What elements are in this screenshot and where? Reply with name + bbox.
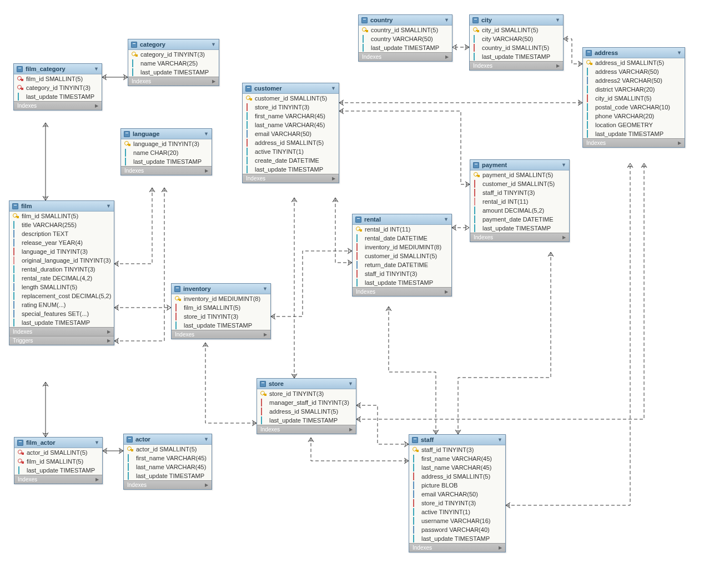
column-row[interactable]: username VARCHAR(16): [409, 516, 505, 525]
column-row[interactable]: first_name VARCHAR(45): [409, 454, 505, 463]
column-row[interactable]: length SMALLINT(5): [9, 283, 114, 292]
expand-icon[interactable]: ▶: [332, 176, 335, 181]
column-row[interactable]: active TINYINT(1): [243, 147, 339, 156]
column-row[interactable]: category_id TINYINT(3): [128, 50, 219, 59]
collapse-icon[interactable]: ▼: [677, 50, 682, 56]
column-row[interactable]: phone VARCHAR(20): [583, 112, 685, 120]
column-row[interactable]: country VARCHAR(50): [359, 34, 452, 43]
column-row[interactable]: return_date DATETIME: [353, 260, 451, 269]
column-row[interactable]: store_id TINYINT(3): [243, 103, 339, 112]
expand-icon[interactable]: ▶: [95, 477, 99, 482]
column-row[interactable]: create_date DATETIME: [243, 156, 339, 165]
column-row[interactable]: picture BLOB: [409, 481, 505, 490]
collapse-icon[interactable]: ▼: [211, 42, 216, 47]
column-row[interactable]: last_update TIMESTAMP: [409, 534, 505, 543]
column-row[interactable]: address_id SMALLINT(5): [243, 138, 339, 147]
expand-icon[interactable]: ▶: [205, 483, 208, 488]
collapse-icon[interactable]: ▼: [331, 86, 336, 91]
column-row[interactable]: store_id TINYINT(3): [257, 389, 356, 398]
expand-icon[interactable]: ▶: [445, 54, 449, 59]
column-row[interactable]: last_update TIMESTAMP: [9, 318, 114, 327]
collapse-icon[interactable]: ▼: [94, 440, 99, 445]
table-payment[interactable]: payment▼payment_id SMALLINT(5)customer_i…: [470, 159, 570, 242]
column-row[interactable]: category_id TINYINT(3): [14, 83, 102, 92]
indexes-footer[interactable]: Indexes▶: [124, 480, 212, 489]
indexes-footer[interactable]: Indexes▶: [470, 61, 563, 70]
column-row[interactable]: last_name VARCHAR(45): [243, 120, 339, 129]
column-row[interactable]: last_update TIMESTAMP: [243, 165, 339, 174]
column-row[interactable]: first_name VARCHAR(45): [124, 454, 212, 463]
expand-icon[interactable]: ▶: [349, 427, 353, 432]
column-row[interactable]: title VARCHAR(255): [9, 220, 114, 229]
table-address[interactable]: address▼address_id SMALLINT(5)address VA…: [582, 47, 685, 148]
indexes-footer[interactable]: Indexes▶: [583, 138, 685, 147]
column-row[interactable]: rental_rate DECIMAL(4,2): [9, 274, 114, 283]
indexes-footer[interactable]: Indexes▶: [14, 475, 102, 484]
column-row[interactable]: rental_date DATETIME: [353, 234, 451, 243]
column-row[interactable]: customer_id SMALLINT(5): [470, 179, 569, 188]
column-row[interactable]: amount DECIMAL(5,2): [470, 206, 569, 215]
table-category[interactable]: category▼category_id TINYINT(3)name VARC…: [128, 39, 219, 86]
table-header[interactable]: film_actor▼: [14, 438, 102, 448]
collapse-icon[interactable]: ▼: [555, 17, 560, 23]
expand-icon[interactable]: ▶: [107, 338, 110, 343]
collapse-icon[interactable]: ▼: [204, 436, 209, 442]
table-staff[interactable]: staff▼staff_id TINYINT(3)first_name VARC…: [409, 434, 506, 552]
expand-icon[interactable]: ▶: [205, 168, 208, 173]
column-row[interactable]: language_id TINYINT(3): [9, 247, 114, 256]
column-row[interactable]: location GEOMETRY: [583, 120, 685, 129]
table-rental[interactable]: rental▼rental_id INT(11)rental_date DATE…: [352, 214, 452, 296]
indexes-footer[interactable]: Triggers▶: [9, 336, 114, 345]
indexes-footer[interactable]: Indexes▶: [409, 543, 505, 552]
column-row[interactable]: city_id SMALLINT(5): [583, 94, 685, 103]
column-row[interactable]: original_language_id TINYINT(3): [9, 256, 114, 265]
table-film[interactable]: film▼film_id SMALLINT(5)title VARCHAR(25…: [9, 200, 114, 345]
column-row[interactable]: staff_id TINYINT(3): [470, 188, 569, 197]
column-row[interactable]: language_id TINYINT(3): [121, 139, 212, 148]
column-row[interactable]: store_id TINYINT(3): [409, 499, 505, 507]
column-row[interactable]: actor_id SMALLINT(5): [124, 445, 212, 454]
collapse-icon[interactable]: ▼: [263, 286, 268, 292]
column-row[interactable]: last_update TIMESTAMP: [359, 43, 452, 52]
column-row[interactable]: rental_id INT(11): [470, 197, 569, 206]
indexes-footer[interactable]: Indexes▶: [172, 330, 270, 339]
expand-icon[interactable]: ▶: [499, 545, 502, 550]
column-row[interactable]: first_name VARCHAR(45): [243, 112, 339, 120]
expand-icon[interactable]: ▶: [95, 103, 98, 108]
indexes-footer[interactable]: Indexes▶: [14, 101, 102, 110]
column-row[interactable]: address2 VARCHAR(50): [583, 76, 685, 85]
indexes-footer[interactable]: Indexes▶: [243, 174, 339, 183]
column-row[interactable]: payment_id SMALLINT(5): [470, 170, 569, 179]
collapse-icon[interactable]: ▼: [106, 203, 111, 209]
expand-icon[interactable]: ▶: [445, 289, 448, 294]
table-customer[interactable]: customer▼customer_id SMALLINT(5)store_id…: [242, 83, 339, 183]
indexes-footer[interactable]: Indexes▶: [470, 233, 569, 242]
column-row[interactable]: last_update TIMESTAMP: [583, 129, 685, 138]
column-row[interactable]: inventory_id MEDIUMINT(8): [353, 243, 451, 252]
collapse-icon[interactable]: ▼: [444, 17, 449, 23]
table-header[interactable]: rental▼: [353, 214, 451, 225]
column-row[interactable]: rating ENUM(...): [9, 300, 114, 309]
column-row[interactable]: last_update TIMESTAMP: [353, 278, 451, 287]
column-row[interactable]: email VARCHAR(50): [409, 490, 505, 499]
column-row[interactable]: address_id SMALLINT(5): [409, 472, 505, 481]
column-row[interactable]: last_update TIMESTAMP: [257, 416, 356, 425]
collapse-icon[interactable]: ▼: [94, 66, 99, 72]
table-header[interactable]: inventory▼: [172, 284, 270, 294]
column-row[interactable]: last_update TIMESTAMP: [121, 157, 212, 166]
column-row[interactable]: last_name VARCHAR(45): [409, 463, 505, 472]
column-row[interactable]: rental_id INT(11): [353, 225, 451, 234]
table-header[interactable]: store▼: [257, 379, 356, 389]
column-row[interactable]: film_id SMALLINT(5): [9, 212, 114, 220]
column-row[interactable]: film_id SMALLINT(5): [14, 457, 102, 466]
column-row[interactable]: country_id SMALLINT(5): [470, 43, 563, 52]
column-row[interactable]: address_id SMALLINT(5): [257, 407, 356, 416]
table-header[interactable]: actor▼: [124, 434, 212, 445]
table-film_category[interactable]: film_category▼film_id SMALLINT(5)categor…: [13, 63, 102, 110]
table-header[interactable]: country▼: [359, 15, 452, 26]
table-header[interactable]: staff▼: [409, 435, 505, 445]
column-row[interactable]: special_features SET(...): [9, 309, 114, 318]
column-row[interactable]: country_id SMALLINT(5): [359, 26, 452, 34]
column-row[interactable]: last_update TIMESTAMP: [124, 471, 212, 480]
indexes-footer[interactable]: Indexes▶: [257, 425, 356, 434]
